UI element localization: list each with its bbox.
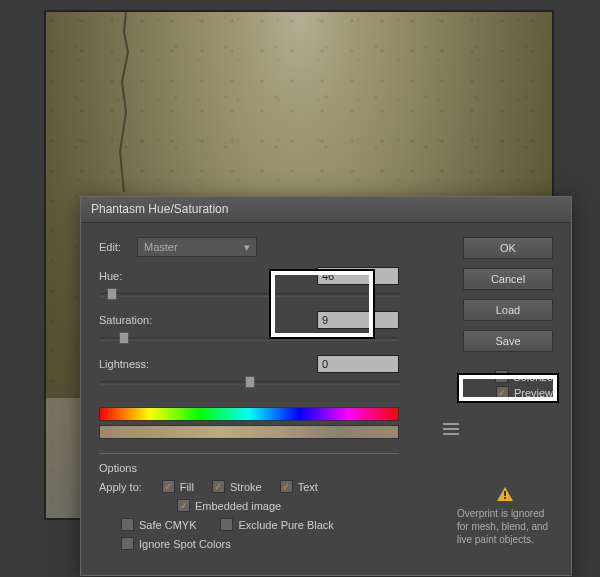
lightness-slider[interactable] [99,375,399,389]
stroke-label: Stroke [230,481,262,493]
safe-cmyk-checkbox[interactable] [121,518,134,531]
apply-to-label: Apply to: [99,481,142,493]
text-label: Text [298,481,318,493]
hue-label: Hue: [99,270,189,282]
hue-saturation-dialog: Phantasm Hue/Saturation Edit: Master ▾ H… [80,196,572,576]
options-title: Options [99,462,399,474]
colorize-checkbox[interactable]: ✓ [495,370,508,383]
menu-icon[interactable] [443,423,459,435]
embedded-label: Embedded image [195,500,281,512]
lightness-field[interactable] [317,355,399,373]
spectrum-after [99,425,399,439]
ignore-spot-checkbox[interactable] [121,537,134,550]
cancel-button[interactable]: Cancel [463,268,553,290]
edit-dropdown[interactable]: Master ▾ [137,237,257,257]
text-checkbox[interactable]: ✓ [280,480,293,493]
exclude-black-label: Exclude Pure Black [238,519,333,531]
edit-label: Edit: [99,241,137,253]
fill-checkbox[interactable]: ✓ [162,480,175,493]
ok-button[interactable]: OK [463,237,553,259]
hue-field[interactable] [317,267,399,285]
fill-label: Fill [180,481,194,493]
dialog-titlebar[interactable]: Phantasm Hue/Saturation [81,197,571,223]
crack-texture [106,12,146,192]
spectrum-before [99,407,399,421]
save-button[interactable]: Save [463,330,553,352]
preview-checkbox[interactable]: ✓ [496,386,509,399]
colorize-label: Colorize [513,371,553,383]
chevron-down-icon: ▾ [244,241,250,254]
saturation-slider[interactable] [99,331,399,345]
lightness-label: Lightness: [99,358,189,370]
overprint-note: Overprint is ignored for mesh, blend, an… [457,508,548,545]
svg-rect-1 [504,497,506,499]
safe-cmyk-label: Safe CMYK [139,519,196,531]
stroke-checkbox[interactable]: ✓ [212,480,225,493]
warning-icon [497,487,513,501]
dialog-title: Phantasm Hue/Saturation [91,202,228,216]
ignore-spot-label: Ignore Spot Colors [139,538,231,550]
exclude-black-checkbox[interactable] [220,518,233,531]
saturation-label: Saturation: [99,314,189,326]
saturation-field[interactable] [317,311,399,329]
svg-rect-0 [504,491,506,496]
hue-slider[interactable] [99,287,399,301]
preview-label: Preview [514,387,553,399]
load-button[interactable]: Load [463,299,553,321]
edit-value: Master [144,241,178,253]
embedded-checkbox[interactable]: ✓ [177,499,190,512]
